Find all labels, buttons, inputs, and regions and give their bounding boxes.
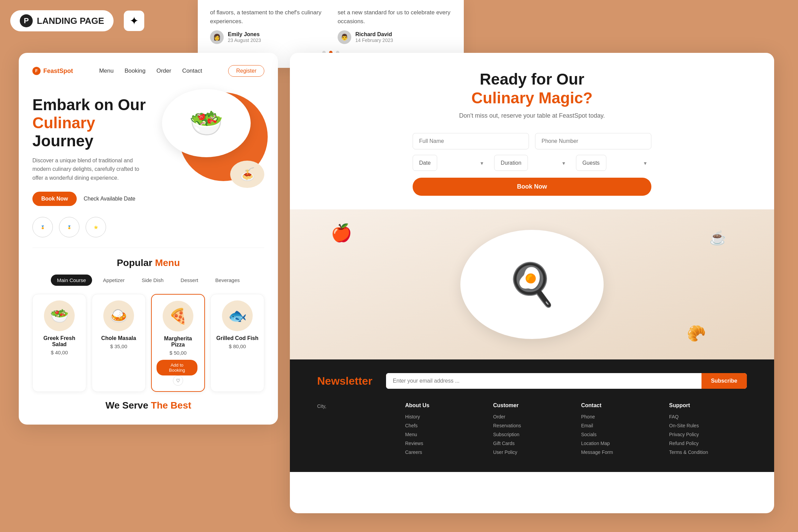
hero-description: Discover a unique blend of traditional a… xyxy=(32,156,148,182)
footer-link-onsite-rules[interactable]: On-Site Rules xyxy=(669,423,747,428)
footer-link-privacy-policy[interactable]: Privacy Policy xyxy=(669,432,747,437)
figma-badge[interactable]: ✦ xyxy=(124,11,144,31)
full-name-input[interactable] xyxy=(413,133,529,149)
food-item-coffee: ☕ xyxy=(709,230,726,246)
food-img-salad: 🥗 xyxy=(44,300,75,331)
avatar-1: 👩 xyxy=(210,30,224,44)
award-general: 🥇 xyxy=(59,217,79,237)
tab-dessert[interactable]: Dessert xyxy=(175,275,205,286)
food-items-around: 🍎 xyxy=(331,223,352,243)
main-card: F FeastSpot Menu Booking Order Contact R… xyxy=(19,53,278,425)
booking-form: Date Duration Guests Book Now xyxy=(413,133,651,196)
footer-address: City, xyxy=(317,402,395,410)
date-select[interactable]: Date xyxy=(413,155,437,171)
popular-menu-title: Popular Menu xyxy=(32,257,264,268)
award-hype: ⭐ xyxy=(86,217,106,237)
footer-col-about-title: About Us xyxy=(405,402,483,409)
footer-col-support: Support FAQ On-Site Rules Privacy Policy… xyxy=(669,402,747,458)
food-price-cod: $ 80,00 xyxy=(216,343,259,349)
tab-beverages[interactable]: Beverages xyxy=(209,275,246,286)
tab-main-course[interactable]: Main Course xyxy=(51,275,92,286)
culinary-subtitle: Don't miss out, reserve your table at Fe… xyxy=(317,112,747,119)
culinary-section: Ready for Our Culinary Magic? Don't miss… xyxy=(290,53,774,209)
culinary-title: Ready for Our Culinary Magic? xyxy=(317,70,747,107)
footer-link-faq[interactable]: FAQ xyxy=(669,414,747,419)
review-author-1: 👩 Emily Jones 23 August 2023 xyxy=(210,30,324,44)
food-img-masala: 🍛 xyxy=(103,300,134,331)
book-now-lg-button[interactable]: Book Now xyxy=(413,178,651,196)
hero-pasta: 🍝 xyxy=(230,161,264,188)
hero-title: Embark on Our Culinary Journey xyxy=(32,96,152,150)
author-date-1: 23 August 2023 xyxy=(228,38,261,43)
footer-col-contact-title: Contact xyxy=(581,402,659,409)
navbar: F FeastSpot Menu Booking Order Contact R… xyxy=(32,65,264,77)
footer-link-reservations[interactable]: Reservations xyxy=(493,423,571,428)
nav-links: Menu Booking Order Contact xyxy=(99,68,202,74)
food-name-pizza: Margherita Pizza xyxy=(157,336,200,348)
add-to-booking-button[interactable]: Add to Booking xyxy=(157,360,197,375)
food-photo-area: 🍳 🍎 ☕ 🥐 xyxy=(290,209,774,359)
author-name-2: Richard David xyxy=(355,31,393,38)
author-name-1: Emily Jones xyxy=(228,31,261,38)
duration-select[interactable]: Duration xyxy=(494,155,528,171)
footer-link-location-map[interactable]: Location Map xyxy=(581,441,659,446)
nav-order[interactable]: Order xyxy=(157,68,171,74)
heart-button[interactable]: ♡ xyxy=(173,375,183,386)
menu-card-masala: 🍛 Chole Masala $ 35,00 xyxy=(92,294,146,392)
food-price-masala: $ 35,00 xyxy=(97,343,141,349)
footer-link-terms-condition[interactable]: Terms & Condition xyxy=(669,449,747,455)
footer-link-menu[interactable]: Menu xyxy=(405,432,483,437)
tab-appetizer[interactable]: Appetizer xyxy=(97,275,131,286)
form-row-1 xyxy=(413,133,651,149)
right-panel: Ready for Our Culinary Magic? Don't miss… xyxy=(290,53,774,513)
food-price-pizza: $ 50,00 xyxy=(157,350,200,356)
footer-link-socials[interactable]: Socials xyxy=(581,432,659,437)
plate-visual: 🍳 xyxy=(460,230,604,339)
phone-input[interactable] xyxy=(535,133,651,149)
review-text-2: set a new standard for us to celebrate e… xyxy=(338,8,452,26)
tab-side-dish[interactable]: Side Dish xyxy=(135,275,169,286)
book-now-button[interactable]: Book Now xyxy=(32,192,77,206)
footer-link-user-policy[interactable]: User Policy xyxy=(493,449,571,455)
review-text-1: of flavors, a testament to the chef's cu… xyxy=(210,8,324,26)
food-name-masala: Chole Masala xyxy=(97,335,141,341)
bottom-teaser: We Serve The Best xyxy=(32,400,264,411)
footer-link-order[interactable]: Order xyxy=(493,414,571,419)
guests-select[interactable]: Guests xyxy=(576,155,606,171)
food-img-cod: 🐟 xyxy=(222,300,253,331)
popular-menu-section: Popular Menu Main Course Appetizer Side … xyxy=(32,248,264,392)
footer-link-email[interactable]: Email xyxy=(581,423,659,428)
footer-col-contact: Contact Phone Email Socials Location Map… xyxy=(581,402,659,458)
footer-link-refund-policy[interactable]: Refund Policy xyxy=(669,441,747,446)
footer-link-reviews[interactable]: Reviews xyxy=(405,441,483,446)
newsletter-title: Newsletter xyxy=(317,375,372,387)
nav-booking[interactable]: Booking xyxy=(124,68,145,74)
newsletter-input-area: Subscribe xyxy=(386,373,747,389)
author-date-2: 14 February 2023 xyxy=(355,38,393,43)
nav-contact[interactable]: Contact xyxy=(182,68,202,74)
footer-link-careers[interactable]: Careers xyxy=(405,449,483,455)
footer-link-subscription[interactable]: Subscription xyxy=(493,432,571,437)
footer-col-about: About Us History Chefs Menu Reviews Care… xyxy=(405,402,483,458)
nav-logo: F FeastSpot xyxy=(32,67,73,75)
food-name-cod: Grilled Cod Fish xyxy=(216,335,259,341)
footer-links: City, About Us History Chefs Menu Review… xyxy=(290,402,774,472)
check-date-button[interactable]: Check Available Date xyxy=(84,196,135,202)
footer-col-customer-title: Customer xyxy=(493,402,571,409)
footer-col-customer: Customer Order Reservations Subscription… xyxy=(493,402,571,458)
footer-link-gift-cards[interactable]: Gift Cards xyxy=(493,441,571,446)
dark-footer: Newsletter Subscribe xyxy=(290,359,774,402)
hero-awards: 🏅 🥇 ⭐ xyxy=(32,217,152,237)
footer-link-phone[interactable]: Phone xyxy=(581,414,659,419)
logo-p-icon: P xyxy=(20,14,33,27)
review-item-1: of flavors, a testament to the chef's cu… xyxy=(210,8,324,44)
footer-link-chefs[interactable]: Chefs xyxy=(405,423,483,428)
footer-link-message-form[interactable]: Message Form xyxy=(581,449,659,455)
footer-link-history[interactable]: History xyxy=(405,414,483,419)
subscribe-button[interactable]: Subscribe xyxy=(701,373,747,389)
hero-plate: 🥗 xyxy=(162,89,251,157)
newsletter-email-input[interactable] xyxy=(386,373,701,389)
nav-menu[interactable]: Menu xyxy=(99,68,114,74)
nav-logo-icon: F xyxy=(32,67,41,75)
register-button[interactable]: Register xyxy=(228,65,264,77)
